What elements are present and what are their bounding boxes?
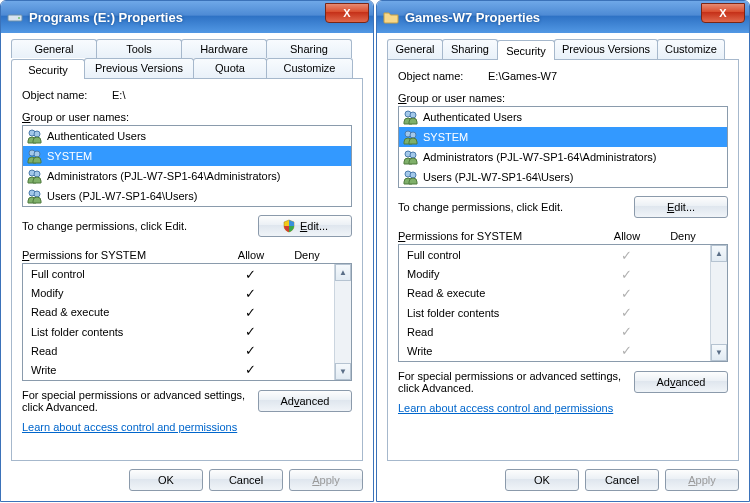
tab-previous-versions[interactable]: Previous Versions bbox=[554, 39, 658, 59]
tab-sharing[interactable]: Sharing bbox=[266, 39, 352, 58]
permission-name: Modify bbox=[31, 287, 222, 299]
group-list-item[interactable]: SYSTEM bbox=[399, 127, 727, 147]
tab-general[interactable]: General bbox=[387, 39, 443, 59]
permission-name: Modify bbox=[407, 268, 598, 280]
permission-allow-check: ✓ bbox=[222, 286, 278, 301]
svg-point-15 bbox=[410, 152, 416, 158]
group-icon bbox=[403, 109, 419, 125]
titlebar[interactable]: Games-W7 Properties X bbox=[377, 1, 749, 33]
help-link[interactable]: Learn about access control and permissio… bbox=[398, 402, 728, 414]
permission-row: Full control ✓ bbox=[31, 266, 334, 282]
edit-row: To change permissions, click Edit. Edit.… bbox=[398, 196, 728, 218]
permissions-label: Permissions for SYSTEM bbox=[22, 249, 223, 261]
close-button[interactable]: X bbox=[701, 3, 745, 23]
tab-security[interactable]: Security bbox=[11, 59, 85, 79]
advanced-row: For special permissions or advanced sett… bbox=[398, 370, 728, 394]
edit-hint: To change permissions, click Edit. bbox=[22, 220, 187, 232]
object-name-value: E:\ bbox=[112, 89, 125, 101]
ok-button[interactable]: OK bbox=[505, 469, 579, 491]
permission-row: Read & execute ✓ bbox=[407, 285, 710, 301]
object-name-row: Object name: E:\Games-W7 bbox=[398, 70, 728, 82]
shield-icon bbox=[282, 219, 296, 233]
permission-name: List folder contents bbox=[407, 307, 598, 319]
tab-general[interactable]: General bbox=[11, 39, 97, 58]
window-title: Games-W7 Properties bbox=[405, 10, 540, 25]
tab-quota[interactable]: Quota bbox=[193, 58, 267, 78]
apply-button[interactable]: Apply bbox=[289, 469, 363, 491]
svg-point-11 bbox=[410, 112, 416, 118]
perm-scrollbar[interactable]: ▲ ▼ bbox=[710, 245, 727, 361]
group-list-item[interactable]: Users (PJL-W7-SP1-64\Users) bbox=[399, 167, 727, 187]
permission-allow-check: ✓ bbox=[222, 324, 278, 339]
deny-header: Deny bbox=[655, 230, 711, 242]
permission-name: Read & execute bbox=[407, 287, 598, 299]
tab-sharing[interactable]: Sharing bbox=[442, 39, 498, 59]
svg-point-3 bbox=[34, 131, 40, 137]
group-item-label: Administrators (PJL-W7-SP1-64\Administra… bbox=[423, 151, 657, 163]
tab-customize[interactable]: Customize bbox=[266, 58, 353, 78]
group-list-item[interactable]: Administrators (PJL-W7-SP1-64\Administra… bbox=[23, 166, 351, 186]
permission-row: Modify ✓ bbox=[31, 285, 334, 301]
permission-row: Read ✓ bbox=[407, 324, 710, 340]
tab-security[interactable]: Security bbox=[497, 40, 555, 60]
svg-point-17 bbox=[410, 172, 416, 178]
titlebar[interactable]: Programs (E:) Properties X bbox=[1, 1, 373, 33]
tab-strip: General Sharing Security Previous Versio… bbox=[387, 39, 739, 60]
tab-hardware[interactable]: Hardware bbox=[181, 39, 267, 58]
group-icon bbox=[403, 149, 419, 165]
scroll-up-button[interactable]: ▲ bbox=[335, 264, 351, 281]
group-icon bbox=[27, 128, 43, 144]
permissions-header: Permissions for SYSTEM Allow Deny bbox=[22, 249, 352, 261]
close-button[interactable]: X bbox=[325, 3, 369, 23]
group-icon bbox=[403, 129, 419, 145]
svg-point-9 bbox=[34, 191, 40, 197]
permission-allow-check: ✓ bbox=[598, 286, 654, 301]
security-tab-panel: Object name: E:\ Group or user names: Au… bbox=[11, 79, 363, 461]
group-listbox[interactable]: Authenticated Users SYSTEM Administrator… bbox=[22, 125, 352, 207]
group-list-item[interactable]: Authenticated Users bbox=[399, 107, 727, 127]
permissions-listbox[interactable]: Full control ✓ Modify ✓ Read & execute ✓… bbox=[398, 244, 728, 362]
ok-button[interactable]: OK bbox=[129, 469, 203, 491]
scroll-up-button[interactable]: ▲ bbox=[711, 245, 727, 262]
svg-point-5 bbox=[34, 151, 40, 157]
group-icon bbox=[403, 169, 419, 185]
edit-button-label: Edit... bbox=[667, 201, 695, 213]
tab-customize[interactable]: Customize bbox=[657, 39, 725, 59]
permission-name: Full control bbox=[407, 249, 598, 261]
group-icon bbox=[27, 188, 43, 204]
allow-header: Allow bbox=[223, 249, 279, 261]
window-title: Programs (E:) Properties bbox=[29, 10, 183, 25]
object-name-label: Object name: bbox=[398, 70, 488, 82]
permission-allow-check: ✓ bbox=[222, 305, 278, 320]
object-name-row: Object name: E:\ bbox=[22, 89, 352, 101]
cancel-button[interactable]: Cancel bbox=[209, 469, 283, 491]
tab-strip: General Tools Hardware Sharing Security … bbox=[11, 39, 363, 79]
group-list-item[interactable]: Administrators (PJL-W7-SP1-64\Administra… bbox=[399, 147, 727, 167]
close-icon: X bbox=[343, 7, 350, 19]
security-tab-panel: Object name: E:\Games-W7 Group or user n… bbox=[387, 60, 739, 461]
edit-button[interactable]: Edit... bbox=[258, 215, 352, 237]
advanced-hint: For special permissions or advanced sett… bbox=[22, 389, 252, 413]
properties-dialog-games-w7: Games-W7 Properties X General Sharing Se… bbox=[376, 0, 750, 502]
edit-button[interactable]: Edit... bbox=[634, 196, 728, 218]
advanced-button[interactable]: Advanced bbox=[634, 371, 728, 393]
apply-button[interactable]: Apply bbox=[665, 469, 739, 491]
permission-allow-check: ✓ bbox=[222, 343, 278, 358]
group-list-item[interactable]: Authenticated Users bbox=[23, 126, 351, 146]
group-listbox[interactable]: Authenticated Users SYSTEM Administrator… bbox=[398, 106, 728, 188]
group-item-label: Users (PJL-W7-SP1-64\Users) bbox=[47, 190, 197, 202]
tab-row-2: Security Previous Versions Quota Customi… bbox=[11, 58, 363, 79]
permission-allow-check: ✓ bbox=[598, 324, 654, 339]
help-link[interactable]: Learn about access control and permissio… bbox=[22, 421, 352, 433]
tab-tools[interactable]: Tools bbox=[96, 39, 182, 58]
tab-previous-versions[interactable]: Previous Versions bbox=[84, 58, 194, 78]
scroll-down-button[interactable]: ▼ bbox=[335, 363, 351, 380]
group-list-item[interactable]: Users (PJL-W7-SP1-64\Users) bbox=[23, 186, 351, 206]
scroll-down-button[interactable]: ▼ bbox=[711, 344, 727, 361]
cancel-button[interactable]: Cancel bbox=[585, 469, 659, 491]
perm-scrollbar[interactable]: ▲ ▼ bbox=[334, 264, 351, 380]
close-icon: X bbox=[719, 7, 726, 19]
permissions-listbox[interactable]: Full control ✓ Modify ✓ Read & execute ✓… bbox=[22, 263, 352, 381]
advanced-button[interactable]: Advanced bbox=[258, 390, 352, 412]
group-list-item[interactable]: SYSTEM bbox=[23, 146, 351, 166]
